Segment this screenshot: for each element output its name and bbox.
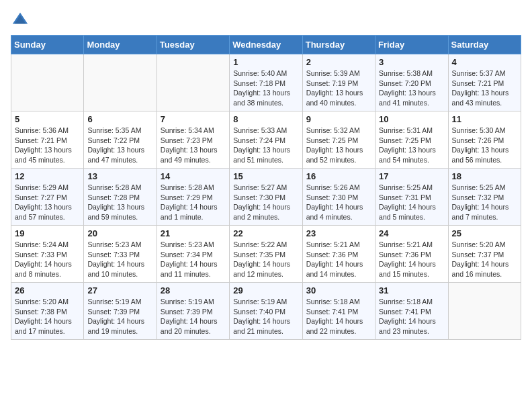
day-number: 11 xyxy=(452,114,517,124)
day-number: 14 xyxy=(161,171,226,181)
day-number: 10 xyxy=(379,114,444,124)
day-number: 23 xyxy=(306,228,371,238)
day-number: 17 xyxy=(379,171,444,181)
day-info: Sunrise: 5:37 AM Sunset: 7:21 PM Dayligh… xyxy=(452,68,517,108)
day-number: 21 xyxy=(161,228,226,238)
day-cell: 21Sunrise: 5:23 AM Sunset: 7:34 PM Dayli… xyxy=(157,226,229,283)
day-info: Sunrise: 5:29 AM Sunset: 7:27 PM Dayligh… xyxy=(15,183,80,222)
column-header-wednesday: Wednesday xyxy=(230,36,302,54)
column-header-sunday: Sunday xyxy=(11,36,84,54)
day-info: Sunrise: 5:19 AM Sunset: 7:39 PM Dayligh… xyxy=(161,297,226,336)
day-number: 6 xyxy=(87,114,152,124)
day-info: Sunrise: 5:21 AM Sunset: 7:36 PM Dayligh… xyxy=(306,240,371,279)
day-info: Sunrise: 5:18 AM Sunset: 7:41 PM Dayligh… xyxy=(306,297,371,336)
day-number: 1 xyxy=(233,57,298,67)
day-info: Sunrise: 5:35 AM Sunset: 7:22 PM Dayligh… xyxy=(87,126,152,165)
day-cell: 28Sunrise: 5:19 AM Sunset: 7:39 PM Dayli… xyxy=(157,283,229,340)
day-number: 22 xyxy=(233,228,298,238)
day-cell: 15Sunrise: 5:27 AM Sunset: 7:30 PM Dayli… xyxy=(230,169,302,226)
day-cell: 20Sunrise: 5:23 AM Sunset: 7:33 PM Dayli… xyxy=(84,226,157,283)
column-header-tuesday: Tuesday xyxy=(157,36,229,54)
day-info: Sunrise: 5:21 AM Sunset: 7:36 PM Dayligh… xyxy=(379,240,444,279)
day-number: 7 xyxy=(161,114,226,124)
day-cell: 26Sunrise: 5:20 AM Sunset: 7:38 PM Dayli… xyxy=(11,283,84,340)
day-cell: 16Sunrise: 5:26 AM Sunset: 7:30 PM Dayli… xyxy=(302,169,375,226)
day-number: 4 xyxy=(452,57,517,67)
day-cell: 11Sunrise: 5:30 AM Sunset: 7:26 PM Dayli… xyxy=(448,111,521,169)
day-cell: 27Sunrise: 5:19 AM Sunset: 7:39 PM Dayli… xyxy=(84,283,157,340)
day-cell: 6Sunrise: 5:35 AM Sunset: 7:22 PM Daylig… xyxy=(84,111,157,169)
day-cell: 29Sunrise: 5:19 AM Sunset: 7:40 PM Dayli… xyxy=(230,283,302,340)
day-cell: 12Sunrise: 5:29 AM Sunset: 7:27 PM Dayli… xyxy=(11,169,84,226)
day-info: Sunrise: 5:32 AM Sunset: 7:25 PM Dayligh… xyxy=(306,126,371,165)
day-info: Sunrise: 5:36 AM Sunset: 7:21 PM Dayligh… xyxy=(15,126,80,165)
day-info: Sunrise: 5:40 AM Sunset: 7:18 PM Dayligh… xyxy=(233,68,298,108)
day-number: 24 xyxy=(379,228,444,238)
day-number: 20 xyxy=(87,228,152,238)
day-cell: 24Sunrise: 5:21 AM Sunset: 7:36 PM Dayli… xyxy=(375,226,448,283)
day-cell: 23Sunrise: 5:21 AM Sunset: 7:36 PM Dayli… xyxy=(302,226,375,283)
day-number: 16 xyxy=(306,171,371,181)
column-header-friday: Friday xyxy=(375,36,448,54)
day-cell xyxy=(157,54,229,111)
day-cell: 25Sunrise: 5:20 AM Sunset: 7:37 PM Dayli… xyxy=(448,226,521,283)
column-header-monday: Monday xyxy=(84,36,157,54)
column-header-saturday: Saturday xyxy=(448,36,521,54)
day-info: Sunrise: 5:18 AM Sunset: 7:41 PM Dayligh… xyxy=(379,297,444,336)
day-info: Sunrise: 5:19 AM Sunset: 7:40 PM Dayligh… xyxy=(233,297,298,336)
day-info: Sunrise: 5:28 AM Sunset: 7:28 PM Dayligh… xyxy=(87,183,152,222)
day-cell: 19Sunrise: 5:24 AM Sunset: 7:33 PM Dayli… xyxy=(11,226,84,283)
day-number: 30 xyxy=(306,285,371,295)
day-cell: 3Sunrise: 5:38 AM Sunset: 7:20 PM Daylig… xyxy=(375,54,448,111)
day-cell: 2Sunrise: 5:39 AM Sunset: 7:19 PM Daylig… xyxy=(302,54,375,111)
day-number: 2 xyxy=(306,57,371,67)
day-cell: 1Sunrise: 5:40 AM Sunset: 7:18 PM Daylig… xyxy=(230,54,302,111)
day-number: 8 xyxy=(233,114,298,124)
day-cell: 10Sunrise: 5:31 AM Sunset: 7:25 PM Dayli… xyxy=(375,111,448,169)
day-cell: 18Sunrise: 5:25 AM Sunset: 7:32 PM Dayli… xyxy=(448,169,521,226)
day-number: 12 xyxy=(15,171,80,181)
day-info: Sunrise: 5:31 AM Sunset: 7:25 PM Dayligh… xyxy=(379,126,444,165)
day-info: Sunrise: 5:26 AM Sunset: 7:30 PM Dayligh… xyxy=(306,183,371,222)
calendar-table: SundayMondayTuesdayWednesdayThursdayFrid… xyxy=(11,35,521,340)
day-number: 28 xyxy=(161,285,226,295)
day-info: Sunrise: 5:30 AM Sunset: 7:26 PM Dayligh… xyxy=(452,126,517,165)
day-cell: 30Sunrise: 5:18 AM Sunset: 7:41 PM Dayli… xyxy=(302,283,375,340)
week-row-5: 26Sunrise: 5:20 AM Sunset: 7:38 PM Dayli… xyxy=(11,283,521,340)
day-info: Sunrise: 5:33 AM Sunset: 7:24 PM Dayligh… xyxy=(233,126,298,165)
day-cell: 17Sunrise: 5:25 AM Sunset: 7:31 PM Dayli… xyxy=(375,169,448,226)
day-number: 13 xyxy=(87,171,152,181)
day-cell: 9Sunrise: 5:32 AM Sunset: 7:25 PM Daylig… xyxy=(302,111,375,169)
week-row-2: 5Sunrise: 5:36 AM Sunset: 7:21 PM Daylig… xyxy=(11,111,521,169)
day-cell: 4Sunrise: 5:37 AM Sunset: 7:21 PM Daylig… xyxy=(448,54,521,111)
header xyxy=(11,11,521,30)
header-row: SundayMondayTuesdayWednesdayThursdayFrid… xyxy=(11,36,521,54)
day-cell: 22Sunrise: 5:22 AM Sunset: 7:35 PM Dayli… xyxy=(230,226,302,283)
day-number: 19 xyxy=(15,228,80,238)
day-cell: 7Sunrise: 5:34 AM Sunset: 7:23 PM Daylig… xyxy=(157,111,229,169)
day-number: 26 xyxy=(15,285,80,295)
day-info: Sunrise: 5:34 AM Sunset: 7:23 PM Dayligh… xyxy=(161,126,226,165)
day-cell xyxy=(448,283,521,340)
week-row-1: 1Sunrise: 5:40 AM Sunset: 7:18 PM Daylig… xyxy=(11,54,521,111)
week-row-4: 19Sunrise: 5:24 AM Sunset: 7:33 PM Dayli… xyxy=(11,226,521,283)
day-info: Sunrise: 5:25 AM Sunset: 7:32 PM Dayligh… xyxy=(452,183,517,222)
day-info: Sunrise: 5:24 AM Sunset: 7:33 PM Dayligh… xyxy=(15,240,80,279)
day-info: Sunrise: 5:23 AM Sunset: 7:33 PM Dayligh… xyxy=(87,240,152,279)
week-row-3: 12Sunrise: 5:29 AM Sunset: 7:27 PM Dayli… xyxy=(11,169,521,226)
day-number: 31 xyxy=(379,285,444,295)
day-number: 27 xyxy=(87,285,152,295)
day-info: Sunrise: 5:22 AM Sunset: 7:35 PM Dayligh… xyxy=(233,240,298,279)
day-number: 9 xyxy=(306,114,371,124)
day-number: 29 xyxy=(233,285,298,295)
day-cell: 13Sunrise: 5:28 AM Sunset: 7:28 PM Dayli… xyxy=(84,169,157,226)
day-cell: 8Sunrise: 5:33 AM Sunset: 7:24 PM Daylig… xyxy=(230,111,302,169)
day-cell: 31Sunrise: 5:18 AM Sunset: 7:41 PM Dayli… xyxy=(375,283,448,340)
day-info: Sunrise: 5:23 AM Sunset: 7:34 PM Dayligh… xyxy=(161,240,226,279)
day-number: 3 xyxy=(379,57,444,67)
day-number: 18 xyxy=(452,171,517,181)
day-info: Sunrise: 5:27 AM Sunset: 7:30 PM Dayligh… xyxy=(233,183,298,222)
day-cell: 14Sunrise: 5:28 AM Sunset: 7:29 PM Dayli… xyxy=(157,169,229,226)
day-info: Sunrise: 5:28 AM Sunset: 7:29 PM Dayligh… xyxy=(161,183,226,222)
day-info: Sunrise: 5:25 AM Sunset: 7:31 PM Dayligh… xyxy=(379,183,444,222)
